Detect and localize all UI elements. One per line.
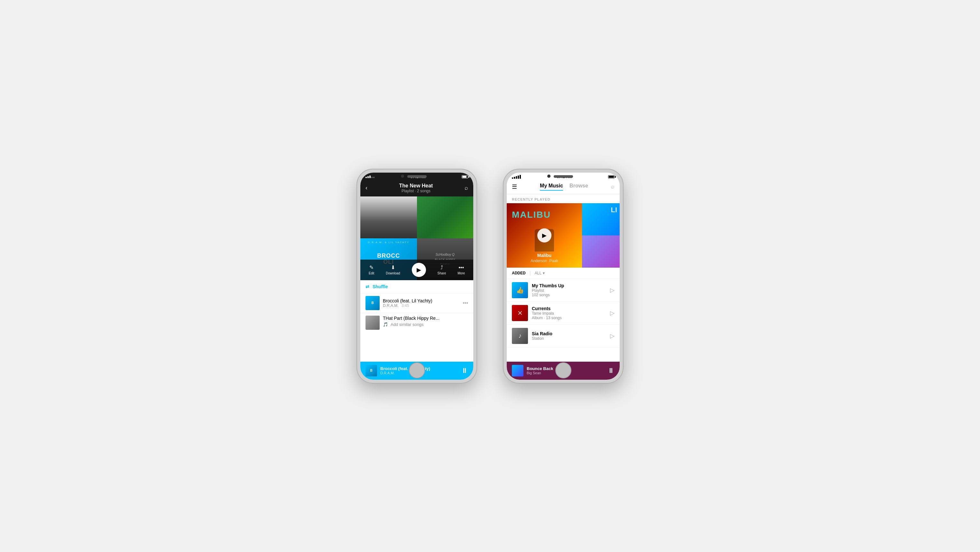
play-icon: ▶ bbox=[417, 266, 421, 273]
signal-dot bbox=[512, 177, 513, 179]
hero-area: MALIBU ▶ Malibu Anderson .Paak LI bbox=[507, 203, 620, 268]
p2-now-thumb bbox=[512, 365, 523, 377]
battery-icon-1 bbox=[462, 175, 468, 179]
p1-header-title: The New Heat Playlist · 2 songs bbox=[368, 183, 465, 193]
share-icon: ⤴ bbox=[441, 265, 443, 271]
hero-album-title: Malibu bbox=[507, 253, 582, 258]
signal-dot bbox=[520, 175, 521, 179]
now-thumb-1: B bbox=[366, 365, 377, 377]
phone-2-camera bbox=[547, 175, 550, 178]
phone-1-home-btn[interactable] bbox=[409, 362, 425, 378]
item-play-currents[interactable]: ▷ bbox=[610, 310, 614, 317]
album-art-2 bbox=[417, 196, 474, 238]
search-button-1[interactable]: ⌕ bbox=[465, 185, 468, 191]
playlist-title: The New Heat bbox=[368, 183, 465, 189]
p1-header: ‹ The New Heat Playlist · 2 songs ⌕ bbox=[360, 180, 473, 196]
play-button[interactable]: ▶ bbox=[412, 263, 426, 277]
signal-2 bbox=[512, 175, 521, 179]
phone-2-screen: 9:41 AM ☰ My Music Browse ⌕ RECENTLY PLA… bbox=[507, 172, 620, 380]
battery-area-2 bbox=[608, 175, 614, 179]
hero-side-bottom-art[interactable] bbox=[582, 235, 620, 268]
search-button-2[interactable]: ⌕ bbox=[611, 183, 614, 190]
signal-dot bbox=[366, 177, 367, 178]
hero-side-top-text: LI bbox=[611, 206, 617, 214]
filter-all-dropdown[interactable]: ALL ▾ bbox=[535, 271, 545, 275]
filter-bar: ADDED | ALL ▾ bbox=[507, 268, 620, 279]
more-label: More bbox=[458, 271, 465, 275]
shuffle-row[interactable]: ⇄ Shuffle bbox=[360, 280, 473, 294]
filter-all-label: ALL bbox=[535, 271, 541, 275]
p2-tabs: My Music Browse bbox=[517, 183, 611, 191]
phone-2: 9:41 AM ☰ My Music Browse ⌕ RECENTLY PLA… bbox=[503, 169, 624, 384]
thumbs-up-icon: 👍 bbox=[516, 286, 524, 294]
edit-button[interactable]: ✎ Edit bbox=[369, 265, 374, 275]
phone-1: 9:41 AM ‹ The New Heat Playlist · 2 song… bbox=[356, 169, 477, 384]
item-type-sia: Station bbox=[532, 336, 606, 341]
battery-area-1 bbox=[462, 175, 468, 179]
tab-my-music[interactable]: My Music bbox=[540, 183, 563, 191]
recently-played-label: RECENTLY PLAYED bbox=[507, 194, 620, 203]
hero-side-top-art[interactable]: LI bbox=[582, 203, 620, 235]
edit-label: Edit bbox=[369, 271, 374, 275]
scene: 9:41 AM ‹ The New Heat Playlist · 2 song… bbox=[344, 156, 636, 396]
sia-icon: ♪ bbox=[518, 332, 522, 340]
signal-dot bbox=[373, 177, 374, 178]
add-similar[interactable]: 🎵 Add similar songs bbox=[383, 322, 468, 327]
list-item-sia[interactable]: ♪ Sia Radio Station ▷ bbox=[507, 325, 620, 348]
broc-artist-label: D.R.A.M. & LIL YACHTY bbox=[360, 241, 417, 244]
track-item-1: B Broccoli (feat. Lil Yachty) D.R.A.M. 3… bbox=[360, 294, 473, 313]
track-duration-1: 3:45 bbox=[401, 303, 409, 308]
track-thumb-1: B bbox=[366, 296, 380, 310]
phone-1-speaker bbox=[407, 175, 426, 178]
track-info-1: Broccoli (feat. Lil Yachty) D.R.A.M. 3:4… bbox=[383, 298, 460, 308]
item-info-currents: Currents Tame Impala Album · 13 songs bbox=[532, 306, 606, 320]
signal-dot bbox=[514, 177, 515, 179]
battery-icon-2 bbox=[608, 175, 614, 179]
chevron-down-icon: ▾ bbox=[543, 271, 545, 275]
filter-divider: | bbox=[530, 270, 531, 276]
signal-1 bbox=[366, 175, 374, 178]
signal-dot bbox=[371, 177, 372, 178]
pause-button-1[interactable]: ⏸ bbox=[461, 367, 468, 375]
hero-side: LI bbox=[582, 203, 620, 268]
more-button[interactable]: ••• More bbox=[458, 265, 465, 275]
album-art-1 bbox=[360, 196, 417, 238]
share-button[interactable]: ⤴ Share bbox=[438, 265, 446, 275]
item-thumb-thumbsup: 👍 bbox=[512, 282, 528, 298]
hero-main-art[interactable]: MALIBU ▶ Malibu Anderson .Paak bbox=[507, 203, 582, 268]
share-label: Share bbox=[438, 271, 446, 275]
phone-1-screen: 9:41 AM ‹ The New Heat Playlist · 2 song… bbox=[360, 172, 473, 380]
list-item-thumbsup[interactable]: 👍 My Thumbs Up Playlist 102 songs ▷ bbox=[507, 279, 620, 302]
hero-artist-name: Anderson .Paak bbox=[507, 258, 582, 263]
p1-actions: ✎ Edit ⬇ Download ▶ ⤴ Share bbox=[360, 260, 473, 280]
track-item-2: THat Part (Black Hippy Re... 🎵 Add simil… bbox=[360, 313, 473, 332]
track-list: B Broccoli (feat. Lil Yachty) D.R.A.M. 3… bbox=[360, 294, 473, 362]
download-button[interactable]: ⬇ Download bbox=[386, 265, 400, 275]
pause-button-2[interactable]: ⏸ bbox=[608, 367, 614, 375]
shuffle-label: Shuffle bbox=[372, 284, 388, 289]
track-info-2: THat Part (Black Hippy Re... 🎵 Add simil… bbox=[383, 316, 468, 327]
item-play-sia[interactable]: ▷ bbox=[610, 332, 614, 340]
currents-icon: ✕ bbox=[517, 309, 523, 317]
add-similar-icon: 🎵 bbox=[383, 322, 388, 327]
hero-play-button[interactable]: ▶ bbox=[537, 228, 552, 242]
item-type-currents: Tame Impala bbox=[532, 311, 606, 316]
item-count-currents: Album · 13 songs bbox=[532, 316, 606, 320]
phone-2-home-btn[interactable] bbox=[555, 362, 571, 378]
item-info-sia: Sia Radio Station bbox=[532, 331, 606, 341]
playlist-subtitle: Playlist · 2 songs bbox=[368, 189, 465, 193]
download-icon: ⬇ bbox=[391, 265, 395, 271]
track-menu-1[interactable]: ••• bbox=[463, 300, 468, 306]
shuffle-icon: ⇄ bbox=[366, 284, 369, 289]
filter-added[interactable]: ADDED bbox=[512, 271, 526, 275]
item-info-thumbsup: My Thumbs Up Playlist 102 songs bbox=[532, 283, 606, 297]
item-title-currents: Currents bbox=[532, 306, 606, 311]
item-thumb-sia: ♪ bbox=[512, 328, 528, 344]
signal-dot bbox=[516, 176, 517, 179]
list-item-currents[interactable]: ✕ Currents Tame Impala Album · 13 songs … bbox=[507, 302, 620, 325]
menu-button[interactable]: ☰ bbox=[512, 183, 517, 190]
item-thumb-currents: ✕ bbox=[512, 305, 528, 321]
item-play-thumbsup[interactable]: ▷ bbox=[610, 287, 614, 294]
tab-browse[interactable]: Browse bbox=[570, 183, 588, 191]
item-title-sia: Sia Radio bbox=[532, 331, 606, 336]
